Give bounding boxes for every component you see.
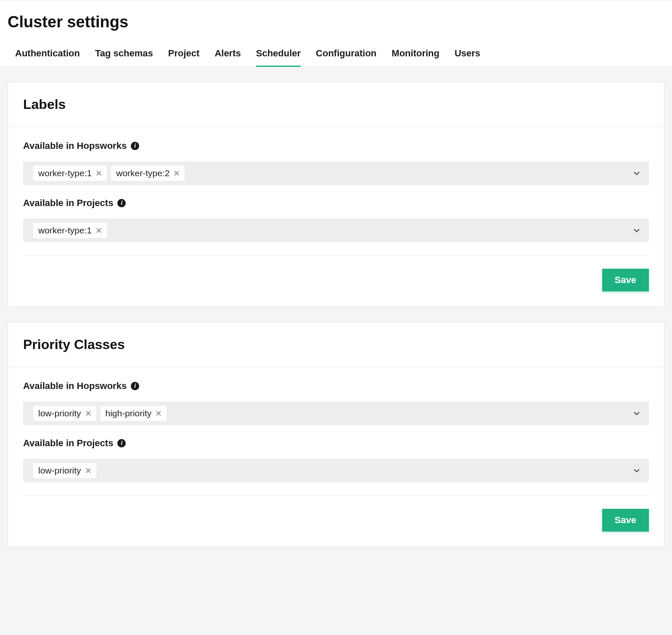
tab-alerts[interactable]: Alerts — [214, 48, 241, 66]
priority-hopsworks-label: Available in Hopsworks i — [23, 381, 649, 392]
priority-projects-input[interactable]: low-priority — [23, 459, 649, 482]
close-icon[interactable] — [96, 170, 102, 176]
page-title: Cluster settings — [8, 13, 664, 31]
tab-scheduler[interactable]: Scheduler — [256, 48, 301, 66]
divider — [23, 495, 649, 495]
info-icon[interactable]: i — [117, 199, 126, 207]
chevron-down-icon[interactable] — [633, 410, 640, 417]
tab-configuration[interactable]: Configuration — [316, 48, 376, 66]
chip-label: worker-type:2 — [116, 168, 169, 178]
tab-authentication[interactable]: Authentication — [15, 48, 80, 66]
tab-monitoring[interactable]: Monitoring — [392, 48, 439, 66]
save-button[interactable]: Save — [602, 269, 649, 291]
field-label-text: Available in Projects — [23, 438, 113, 449]
card-title: Priority Classes — [23, 337, 649, 352]
actions: Save — [23, 509, 649, 532]
chip: worker-type:1 — [33, 166, 107, 181]
priority-projects-label: Available in Projects i — [23, 438, 649, 449]
chip-label: low-priority — [38, 408, 81, 418]
card-body: Available in Hopsworks i low-priorityhig… — [8, 367, 664, 547]
field-label-text: Available in Hopsworks — [23, 381, 127, 392]
close-icon[interactable] — [85, 468, 91, 474]
close-icon[interactable] — [85, 410, 91, 416]
tab-users[interactable]: Users — [455, 48, 480, 66]
close-icon[interactable] — [96, 228, 102, 233]
actions: Save — [23, 269, 649, 291]
save-button[interactable]: Save — [602, 509, 649, 532]
tab-tag-schemas[interactable]: Tag schemas — [95, 48, 153, 66]
chip: low-priority — [33, 406, 96, 421]
labels-hopsworks-label: Available in Hopsworks i — [23, 140, 649, 151]
labels-hopsworks-input[interactable]: worker-type:1worker-type:2 — [23, 161, 649, 185]
close-icon[interactable] — [156, 410, 161, 416]
chip: low-priority — [33, 463, 96, 478]
page-header: Cluster settings AuthenticationTag schem… — [0, 0, 672, 67]
info-icon[interactable]: i — [117, 439, 126, 447]
close-icon[interactable] — [174, 170, 180, 176]
info-icon[interactable]: i — [131, 382, 139, 390]
card-body: Available in Hopsworks i worker-type:1wo… — [8, 127, 664, 307]
field-label-text: Available in Hopsworks — [23, 140, 127, 151]
content: Labels Available in Hopsworks i worker-t… — [0, 67, 672, 587]
tab-project[interactable]: Project — [168, 48, 200, 66]
info-icon[interactable]: i — [131, 142, 139, 150]
chip: worker-type:2 — [111, 166, 185, 181]
chevron-down-icon[interactable] — [633, 169, 640, 177]
card-title: Labels — [23, 97, 649, 112]
chip-label: low-priority — [38, 466, 81, 476]
chip: worker-type:1 — [33, 223, 107, 238]
field-label-text: Available in Projects — [23, 198, 113, 209]
chip-label: worker-type:1 — [38, 225, 92, 235]
chip-label: high-priority — [106, 408, 152, 418]
card-header: Priority Classes — [8, 323, 664, 367]
labels-card: Labels Available in Hopsworks i worker-t… — [8, 82, 664, 307]
tabs: AuthenticationTag schemasProjectAlertsSc… — [8, 48, 664, 66]
divider — [23, 255, 649, 255]
priority-card: Priority Classes Available in Hopsworks … — [8, 322, 664, 547]
labels-projects-input[interactable]: worker-type:1 — [23, 219, 649, 242]
chevron-down-icon[interactable] — [633, 467, 640, 474]
card-header: Labels — [8, 82, 664, 127]
labels-projects-label: Available in Projects i — [23, 198, 649, 209]
chip: high-priority — [101, 406, 167, 421]
priority-hopsworks-input[interactable]: low-priorityhigh-priority — [23, 402, 649, 425]
chevron-down-icon[interactable] — [633, 227, 640, 234]
chip-label: worker-type:1 — [38, 168, 92, 178]
